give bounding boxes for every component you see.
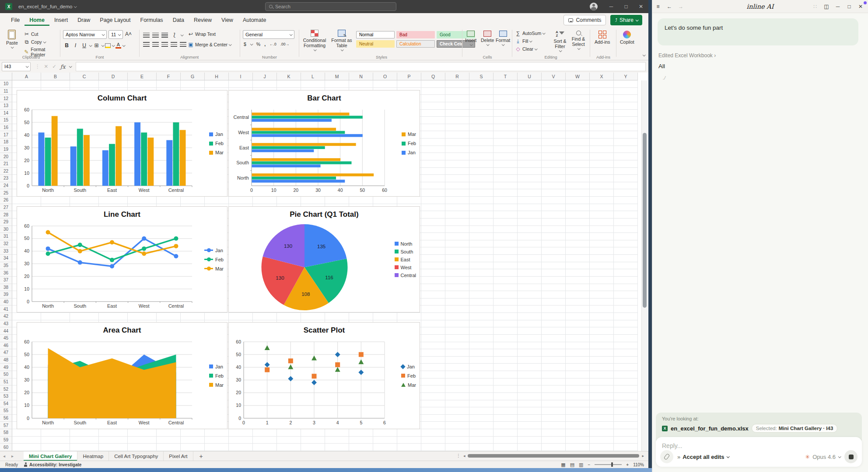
column-header-L[interactable]: L [301,73,325,80]
row-header-37[interactable]: 37 [0,277,12,284]
align-left-icon[interactable] [143,42,150,47]
ribbon-tab-data[interactable]: Data [168,14,189,26]
comments-button[interactable]: Comments [564,15,606,25]
formula-input[interactable] [76,62,646,71]
row-header-42[interactable]: 42 [0,313,12,320]
sheet-tab-mini-chart-gallery[interactable]: Mini Chart Gallery [24,451,77,461]
borders-button[interactable]: ⊞ [93,42,100,49]
vertical-scrollbar-thumb[interactable] [643,133,647,308]
model-selector[interactable]: ✳ Opus 4.6 [805,454,840,460]
ai-maximize-icon[interactable]: □ [844,3,855,10]
row-header-15[interactable]: 15 [0,117,12,124]
row-header-46[interactable]: 46 [0,342,12,350]
align-right-icon[interactable] [161,42,168,47]
font-color-icon[interactable]: A [116,42,121,49]
row-header-34[interactable]: 34 [0,255,12,262]
increase-decimal-button[interactable]: ←.0 [270,42,276,46]
row-header-56[interactable]: 56 [0,415,12,422]
font-name-select[interactable]: Aptos Narrow [63,30,107,39]
forward-icon[interactable]: → [675,3,686,10]
row-header-53[interactable]: 53 [0,393,12,400]
row-header-27[interactable]: 27 [0,204,12,212]
column-header-K[interactable]: K [277,73,301,80]
column-header-B[interactable]: B [41,73,70,80]
tab-splitter-icon[interactable]: ⋮ [456,453,461,458]
enter-formula-icon[interactable]: ✓ [52,63,56,69]
column-header-U[interactable]: U [518,73,542,80]
next-sheet-icon[interactable]: ▸ [11,454,14,458]
bold-button[interactable]: B [63,42,70,49]
column-header-P[interactable]: P [397,73,421,80]
column-header-Q[interactable]: Q [421,73,445,80]
row-header-21[interactable]: 21 [0,160,12,168]
ribbon-tab-insert[interactable]: Insert [49,14,73,26]
column-header-A[interactable]: A [12,73,41,80]
row-header-57[interactable]: 57 [0,422,12,429]
area-chart[interactable]: Area Chart0102030405060NorthSouthEastWes… [17,322,228,429]
collapse-ribbon-button[interactable] [643,50,645,58]
cut-button[interactable]: ✂Cut [24,31,38,37]
zoom-level[interactable]: 110% [633,462,644,467]
share-button[interactable]: ⤴Share [610,15,642,25]
column-header-M[interactable]: M [325,73,349,80]
row-header-59[interactable]: 59 [0,437,12,444]
column-header-V[interactable]: V [542,73,566,80]
row-header-49[interactable]: 49 [0,364,12,371]
autosum-button[interactable]: ∑AutoSum [515,30,545,36]
page-layout-view-icon[interactable]: ▤ [570,462,574,468]
minimize-button[interactable]: ─ [604,0,619,13]
accept-all-edits-button[interactable]: »Accept all edits [677,454,729,460]
column-header-T[interactable]: T [494,73,518,80]
underline-button[interactable]: U [80,42,88,49]
ribbon-tab-formulas[interactable]: Formulas [136,14,168,26]
selection-pill[interactable]: Selected:Mini Chart Gallery · I43 [752,424,838,433]
name-box[interactable]: I43 [2,62,31,71]
row-header-60[interactable]: 60 [0,444,12,451]
row-header-16[interactable]: 16 [0,124,12,132]
font-size-select[interactable]: 11 [108,30,123,39]
ribbon-tab-review[interactable]: Review [189,14,217,26]
row-header-29[interactable]: 29 [0,219,12,226]
row-header-51[interactable]: 51 [0,378,12,386]
cancel-formula-icon[interactable]: ✕ [44,63,49,69]
row-header-55[interactable]: 55 [0,407,12,415]
close-button[interactable]: ✕ [634,0,648,13]
avatar[interactable] [590,3,598,10]
column-header-I[interactable]: I [229,73,253,80]
column-header-C[interactable]: C [70,73,99,80]
row-header-54[interactable]: 54 [0,400,12,408]
column-header-H[interactable]: H [205,73,229,80]
ribbon-tab-draw[interactable]: Draw [73,14,95,26]
maximize-button[interactable]: □ [619,0,634,13]
delete-cells-button[interactable]: Delete [481,31,494,46]
row-header-38[interactable]: 38 [0,284,12,292]
row-header-41[interactable]: 41 [0,305,12,313]
cell-grid[interactable]: Column Chart0102030405060NorthSouthEastW… [12,80,638,451]
column-chart[interactable]: Column Chart0102030405060NorthSouthEastW… [17,90,228,197]
more-tools-icon[interactable]: ∷ [809,3,821,10]
row-header-43[interactable]: 43 [0,320,12,328]
row-header-52[interactable]: 52 [0,385,12,393]
menu-icon[interactable]: ≡ [652,3,664,10]
row-header-39[interactable]: 39 [0,291,12,298]
fill-color-icon[interactable] [105,43,111,48]
row-header-36[interactable]: 36 [0,269,12,277]
context-filename[interactable]: en_excel_for_fun_demo.xlsx [671,425,749,432]
row-header-32[interactable]: 32 [0,240,12,248]
row-header-17[interactable]: 17 [0,131,12,139]
column-header-W[interactable]: W [566,73,590,80]
row-header-11[interactable]: 11 [0,88,12,95]
formula-bar-chevron[interactable] [69,65,72,68]
row-header-13[interactable]: 13 [0,102,12,110]
row-header-10[interactable]: 10 [0,80,12,88]
row-header-30[interactable]: 30 [0,226,12,233]
row-header-26[interactable]: 26 [0,197,12,204]
fill-button[interactable]: ⤓Fill [515,38,532,44]
clear-button[interactable]: ◇Clear [515,46,537,52]
attach-button[interactable] [660,450,673,463]
page-break-view-icon[interactable]: ▥ [579,462,583,468]
number-format-select[interactable]: General [243,30,294,39]
format-as-table-button[interactable]: Format as Table [330,30,354,51]
cell-style-calculation[interactable]: Calculation [396,40,435,48]
row-header-50[interactable]: 50 [0,371,12,378]
